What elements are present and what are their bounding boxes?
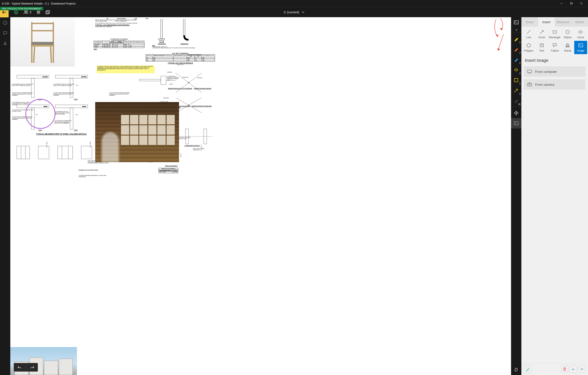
label-portal2: PORTAL FRAME BASE (115, 21, 126, 22)
grid-button[interactable] (37, 10, 40, 14)
svg-point-78 (529, 84, 530, 85)
svg-rect-15 (159, 39, 165, 40)
svg-rect-2 (571, 2, 573, 4)
markup-highlight[interactable]: ALL WELDS TO BE 6mm E48 CONTINUOUS. (FOR… (97, 65, 155, 73)
svg-line-55 (34, 45, 35, 62)
drawing-canvas[interactable]: ERSHS/CHS/RHS SHS RHS /RHS POSITION COLU… (10, 17, 511, 375)
pen-yellow[interactable]: 2 (511, 34, 521, 44)
title-hd-sched: H.D. BOLT SCHEDULE (146, 53, 215, 54)
pen-black[interactable]: 16 (511, 96, 521, 106)
people-icon (24, 10, 28, 14)
issues-button[interactable] (3, 41, 7, 46)
tab-insert[interactable]: Insert (538, 17, 555, 27)
shape-text[interactable]: TText (535, 41, 548, 54)
touch-mode[interactable] (511, 365, 521, 375)
layers-button[interactable] (14, 10, 19, 15)
image-tool-active[interactable] (511, 118, 521, 128)
tab-select[interactable]: Select (571, 17, 588, 27)
tab-draw[interactable]: Draw (521, 17, 538, 27)
minimize-button[interactable] (557, 0, 567, 7)
svg-rect-46 (38, 146, 49, 159)
label-note2: NOTE: (94, 49, 144, 50)
svg-rect-50 (81, 146, 92, 159)
pencil-icon (525, 367, 530, 371)
delete-button[interactable] (561, 365, 568, 373)
shape-callout[interactable]: Callout (548, 41, 561, 54)
shape-stamp[interactable]: Stamp (561, 41, 574, 54)
label-distx2: DIST. 'X' (201, 144, 202, 149)
callout-shsrhs: SHS/RHS (167, 72, 172, 73)
expand-rail[interactable]: ◀ (511, 28, 521, 32)
pen-orange[interactable]: 2 (511, 44, 521, 54)
highlighter-icon (514, 37, 519, 41)
from-computer-button[interactable]: From computer (524, 66, 585, 77)
svg-point-60 (515, 21, 516, 22)
shape-cloud[interactable]: Cloud (574, 28, 587, 41)
shape-rectangle[interactable]: Rectangle (548, 28, 561, 41)
shape-arrow[interactable]: Arrow (535, 28, 548, 41)
label-distx: DIST. 'X' (180, 153, 182, 157)
svg-rect-8 (47, 10, 50, 13)
markup-red-arrows[interactable] (492, 17, 509, 60)
computer-icon (527, 69, 532, 74)
move-up-button[interactable] (569, 365, 577, 373)
move-down-button[interactable] (578, 365, 585, 373)
svg-line-65 (540, 31, 543, 34)
arrow-yellow[interactable]: 2 (511, 85, 521, 96)
tab-measure[interactable]: Measure (555, 17, 571, 27)
callout-cap-2b: 12 CAP PLATE 6 CFW 4M20 8.8/S BOLTS TYPI… (109, 92, 131, 96)
chevron-down-icon (580, 368, 583, 370)
markup-circle[interactable] (25, 99, 55, 129)
people-button[interactable]: 3 (24, 10, 31, 14)
title-angle-cleat: ANGLE CLEAT DETAILS (165, 165, 178, 167)
svg-rect-62 (514, 122, 518, 125)
redo-button[interactable] (26, 363, 38, 372)
chair-icon (24, 20, 61, 63)
callout-cap-2a: 12 CAP PLATE 6 CFW 4M20 8.8/S BOLTS TYPI… (53, 92, 75, 96)
pan-tool[interactable] (511, 108, 521, 118)
svg-rect-72 (578, 44, 583, 47)
callout-m20-2: 1-M20 8.8/S (163, 98, 169, 99)
cloud-yellow[interactable]: 2 (511, 65, 521, 75)
label-type3: TYPE 3 (38, 130, 42, 131)
pen-icon (514, 47, 519, 51)
svg-rect-59 (514, 21, 518, 24)
svg-line-56 (51, 45, 51, 62)
pen-icon (514, 57, 519, 62)
image-mode-indicator[interactable] (511, 17, 521, 28)
shape-image[interactable]: Image (574, 41, 587, 54)
inserted-image-chair[interactable] (10, 17, 75, 67)
anchor-bolt-diagram: SQUARE (152, 19, 171, 43)
arrow-left-icon (2, 11, 6, 14)
compare-button[interactable] (46, 10, 50, 14)
shape-ellipse[interactable]: Ellipse (561, 28, 574, 41)
rect-yellow[interactable]: 2 (511, 75, 521, 85)
inserted-image-interior[interactable] (95, 102, 179, 162)
shape-line[interactable]: Line (522, 28, 535, 41)
shape-polygon[interactable]: Polygon (522, 41, 535, 54)
svg-rect-66 (553, 31, 556, 33)
svg-rect-31 (139, 79, 161, 81)
chevron-down-icon (302, 11, 304, 13)
svg-rect-7 (46, 11, 49, 14)
close-button[interactable] (576, 0, 586, 7)
undo-button[interactable] (14, 363, 26, 372)
svg-text:RAFTER: RAFTER (42, 76, 48, 78)
pen-blue[interactable]: 2 (511, 54, 521, 65)
cloud-icon (578, 30, 584, 34)
callout-icon (552, 43, 557, 48)
from-camera-button[interactable]: From camera (524, 79, 585, 90)
purlin-table: CLEAT HEIGHT DIST 'X'CLEAT UP TO 50mm6 P… (159, 170, 178, 173)
tool-preview[interactable] (524, 365, 531, 373)
text-icon: T (539, 43, 544, 48)
maximize-button[interactable] (567, 0, 576, 7)
label-portal1: PORTAL FRAME BASE (95, 21, 107, 22)
window-title: S-235 - Typical Steelwork Details - C | … (2, 2, 557, 5)
callout-cts: CTS SPACE BETWEEN UNDERSIDE OF CEILING G… (79, 175, 113, 177)
info-button[interactable] (3, 21, 7, 26)
redo-icon (30, 366, 34, 369)
revision-dropdown[interactable]: C (current) (284, 10, 304, 14)
cogged-bolt-diagram (177, 19, 192, 43)
comments-button[interactable] (3, 31, 7, 36)
svg-point-63 (515, 122, 516, 123)
